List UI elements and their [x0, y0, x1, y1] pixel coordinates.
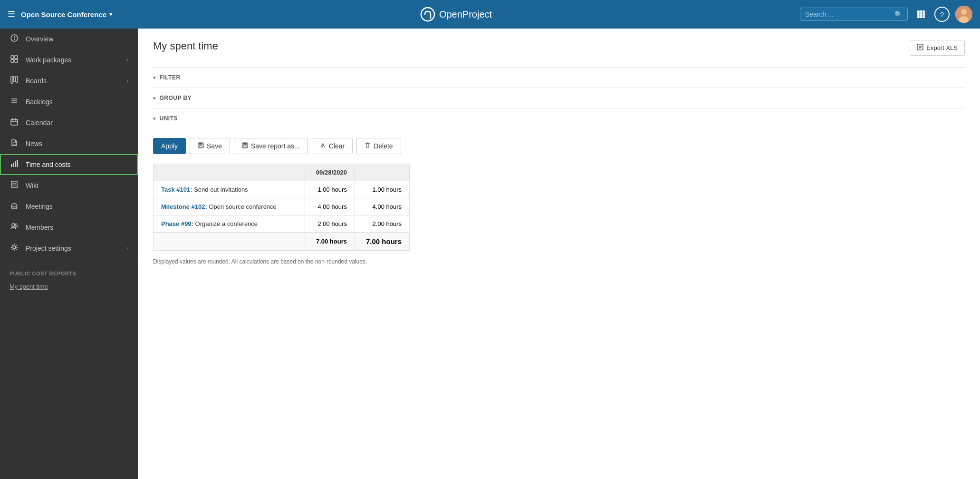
sidebar-label-backlogs: Backlogs — [26, 98, 128, 106]
save-button[interactable]: Save — [190, 138, 230, 154]
sidebar-label-members: Members — [26, 224, 128, 231]
sidebar-label-overview: Overview — [26, 35, 128, 43]
sidebar-item-meetings[interactable]: Meetings — [0, 196, 138, 217]
save-icon — [198, 142, 204, 150]
grid-menu-button[interactable] — [913, 7, 929, 22]
sidebar-item-overview[interactable]: Overview — [0, 29, 138, 49]
svg-rect-5 — [917, 13, 920, 16]
sidebar: Overview Work packages › Boards › — [0, 29, 138, 479]
table-cell-col2: 2.00 hours — [355, 215, 409, 233]
sidebar-item-calendar[interactable]: Calendar — [0, 112, 138, 133]
table-cell-task — [154, 233, 305, 251]
sidebar-item-backlogs[interactable]: Backlogs — [0, 91, 138, 112]
clear-button[interactable]: Clear — [312, 138, 353, 154]
table-cell-col1: 7.00 hours — [305, 233, 355, 251]
sidebar-label-news: News — [26, 140, 128, 147]
table-row: Task #101: Send out invitations1.00 hour… — [154, 181, 410, 198]
members-icon — [10, 223, 19, 232]
boards-arrow-icon: › — [126, 78, 128, 84]
sidebar-item-work-packages[interactable]: Work packages › — [0, 49, 138, 70]
task-link[interactable]: Phase #99: Organize a conference — [161, 220, 258, 227]
project-dropdown-icon: ▾ — [109, 11, 112, 18]
sidebar-nav: Overview Work packages › Boards › — [0, 29, 138, 479]
svg-rect-49 — [199, 146, 202, 147]
sidebar-item-boards[interactable]: Boards › — [0, 70, 138, 91]
svg-rect-2 — [917, 10, 920, 13]
header-center: OpenProject — [118, 7, 794, 22]
apply-button[interactable]: Apply — [153, 138, 186, 154]
table-header-date: 09/28/2020 — [305, 164, 355, 181]
clear-icon — [320, 142, 326, 150]
table-row: Milestone #102: Open source conference4.… — [154, 198, 410, 215]
time-report-table: 09/28/2020 Task #101: Send out invitatio… — [153, 164, 410, 251]
page-header: My spent time Export XLS — [153, 40, 965, 56]
svg-point-40 — [12, 224, 15, 226]
project-name[interactable]: Open Source Conference ▾ — [21, 10, 112, 19]
sidebar-item-project-settings[interactable]: Project settings › — [0, 238, 138, 259]
avatar[interactable] — [955, 6, 972, 23]
main-content: My spent time Export XLS ▾ FILTER ▾ GROU… — [138, 29, 980, 479]
svg-rect-27 — [11, 119, 18, 125]
svg-rect-17 — [11, 56, 14, 59]
svg-rect-7 — [923, 13, 925, 16]
svg-rect-20 — [15, 59, 18, 62]
sidebar-label-project-settings: Project settings — [26, 244, 120, 252]
project-settings-icon — [10, 244, 19, 253]
task-link[interactable]: Milestone #102: Open source conference — [161, 203, 277, 210]
table-cell-col1: 4.00 hours — [305, 198, 355, 215]
wiki-icon — [10, 181, 19, 190]
svg-rect-51 — [243, 143, 247, 145]
work-packages-arrow-icon: › — [126, 57, 128, 63]
hamburger-menu-icon[interactable]: ☰ — [8, 9, 15, 20]
save-report-as-button[interactable]: Save report as... — [234, 138, 308, 154]
filter-toggle[interactable]: ▾ FILTER — [153, 74, 965, 81]
svg-rect-36 — [17, 160, 18, 167]
units-toggle[interactable]: ▾ UNITS — [153, 115, 965, 122]
svg-rect-10 — [923, 16, 925, 18]
sidebar-label-work-packages: Work packages — [26, 56, 120, 64]
svg-rect-8 — [917, 16, 920, 18]
sidebar-item-members[interactable]: Members — [0, 217, 138, 238]
table-cell-col2: 4.00 hours — [355, 198, 409, 215]
export-xls-button[interactable]: Export XLS — [910, 40, 965, 56]
sidebar-link-my-spent-time[interactable]: My spent time — [0, 280, 138, 295]
boards-icon — [10, 76, 19, 86]
delete-button[interactable]: Delete — [356, 138, 401, 154]
sidebar-item-news[interactable]: News — [0, 133, 138, 154]
task-link[interactable]: Task #101: Send out invitations — [161, 186, 248, 193]
rounding-note: Displayed values are rounded. All calcul… — [153, 258, 965, 265]
help-button[interactable]: ? — [934, 7, 950, 22]
svg-point-12 — [961, 9, 967, 15]
table-cell-task: Task #101: Send out invitations — [154, 181, 305, 198]
page-title: My spent time — [153, 40, 218, 52]
group-by-toggle[interactable]: ▾ GROUP BY — [153, 95, 965, 101]
openproject-logo: OpenProject — [420, 7, 492, 22]
sidebar-label-wiki: Wiki — [26, 182, 128, 189]
overview-icon — [10, 34, 19, 44]
svg-rect-23 — [16, 77, 18, 82]
table-cell-col1: 1.00 hours — [305, 181, 355, 198]
svg-point-41 — [15, 224, 17, 225]
search-box[interactable]: 🔍 — [800, 8, 908, 21]
sidebar-item-wiki[interactable]: Wiki — [0, 175, 138, 196]
svg-rect-9 — [920, 16, 922, 18]
action-bar: Apply Save Save report as... Clear — [153, 138, 965, 154]
sidebar-item-time-and-costs[interactable]: Time and costs — [0, 154, 138, 175]
search-input[interactable] — [805, 10, 891, 18]
svg-rect-4 — [923, 10, 925, 13]
group-by-chevron-icon: ▾ — [153, 96, 156, 101]
svg-rect-33 — [11, 164, 12, 167]
svg-rect-35 — [15, 161, 16, 167]
filter-section: ▾ FILTER — [153, 67, 965, 88]
svg-point-16 — [14, 39, 15, 40]
calendar-icon — [10, 118, 19, 127]
logo-text: OpenProject — [439, 9, 492, 20]
svg-rect-6 — [920, 13, 922, 16]
logo-mark-icon — [420, 7, 435, 22]
table-header-row: 09/28/2020 — [154, 164, 410, 181]
table-row: 7.00 hours7.00 hours — [154, 233, 410, 251]
table-header-name — [154, 164, 305, 181]
sidebar-divider — [0, 261, 138, 261]
delete-icon — [365, 142, 371, 150]
meetings-icon — [10, 202, 19, 211]
